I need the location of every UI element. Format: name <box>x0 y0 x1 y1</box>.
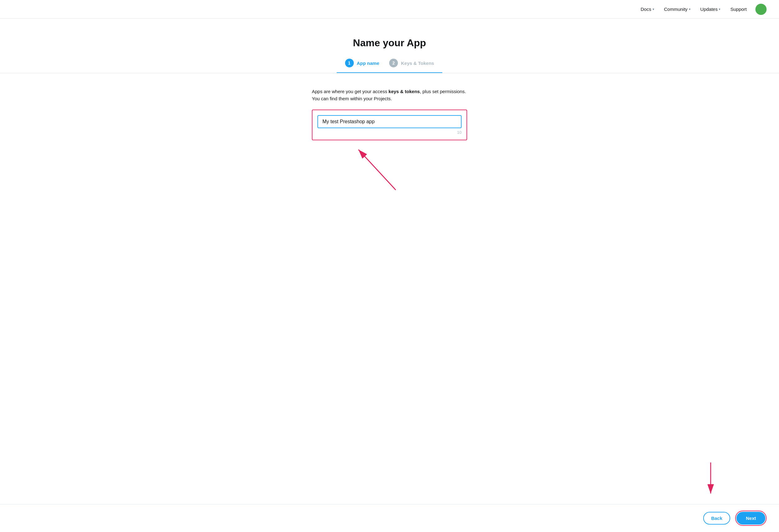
next-button-wrapper: Next <box>735 511 767 526</box>
svg-line-2 <box>358 150 396 190</box>
char-count: 10 <box>317 130 462 135</box>
steps-container: 1 App name 2 Keys & Tokens <box>337 59 442 73</box>
steps-divider <box>0 73 779 73</box>
nav-docs[interactable]: Docs ▾ <box>637 4 658 14</box>
updates-chevron-icon: ▾ <box>719 7 720 11</box>
description-part1: Apps are where you get your access <box>312 89 388 94</box>
footer: Back Next <box>0 504 779 532</box>
description-bold: keys & tokens <box>388 89 420 94</box>
step-1-label: App name <box>357 61 379 66</box>
nav-updates-label: Updates <box>701 6 718 12</box>
step-2: 2 Keys & Tokens <box>389 59 434 67</box>
next-arrow-svg <box>698 462 723 500</box>
app-name-input[interactable] <box>317 115 462 128</box>
annotation-area <box>296 140 483 221</box>
next-arrow-annotation <box>698 462 723 501</box>
page-title: Name your App <box>353 37 426 49</box>
header: Docs ▾ Community ▾ Updates ▾ Support <box>0 0 779 19</box>
nav-support-label: Support <box>730 6 747 12</box>
docs-chevron-icon: ▾ <box>653 7 654 11</box>
nav-updates[interactable]: Updates ▾ <box>697 4 724 14</box>
app-name-input-container: 10 <box>312 110 467 140</box>
nav-bar: Docs ▾ Community ▾ Updates ▾ Support <box>637 4 767 15</box>
next-button[interactable]: Next <box>736 512 765 525</box>
step-2-number: 2 <box>389 59 398 67</box>
steps-wrapper: 1 App name 2 Keys & Tokens <box>0 59 779 88</box>
avatar[interactable] <box>756 4 767 15</box>
step-1: 1 App name <box>345 59 379 67</box>
annotation-arrows <box>296 140 483 221</box>
form-area: Apps are where you get your access keys … <box>312 88 467 140</box>
step-1-number: 1 <box>345 59 354 67</box>
nav-support[interactable]: Support <box>726 4 751 14</box>
nav-community[interactable]: Community ▾ <box>660 4 694 14</box>
page-wrapper: Name your App 1 App name 2 Keys & Tokens… <box>0 19 779 532</box>
description-text: Apps are where you get your access keys … <box>312 88 467 102</box>
step-2-label: Keys & Tokens <box>401 61 434 66</box>
nav-community-label: Community <box>664 6 688 12</box>
main-content: Name your App 1 App name 2 Keys & Tokens… <box>0 19 779 221</box>
nav-docs-label: Docs <box>641 6 651 12</box>
community-chevron-icon: ▾ <box>689 7 691 11</box>
back-button[interactable]: Back <box>703 512 730 525</box>
